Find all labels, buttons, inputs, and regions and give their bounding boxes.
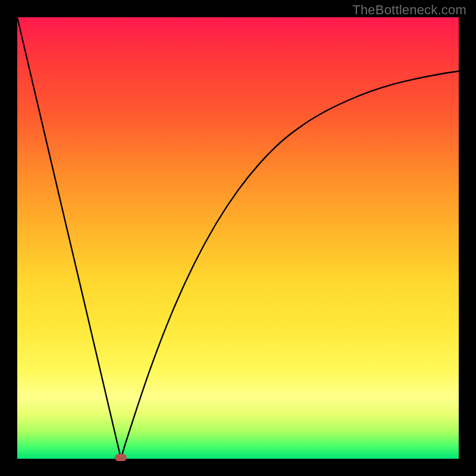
chart-frame: TheBottleneck.com (0, 0, 476, 476)
min-marker (115, 454, 127, 461)
curve-svg (17, 17, 459, 459)
watermark-text: TheBottleneck.com (352, 2, 466, 18)
plot-area (17, 17, 459, 459)
bottleneck-curve-path (17, 17, 459, 459)
